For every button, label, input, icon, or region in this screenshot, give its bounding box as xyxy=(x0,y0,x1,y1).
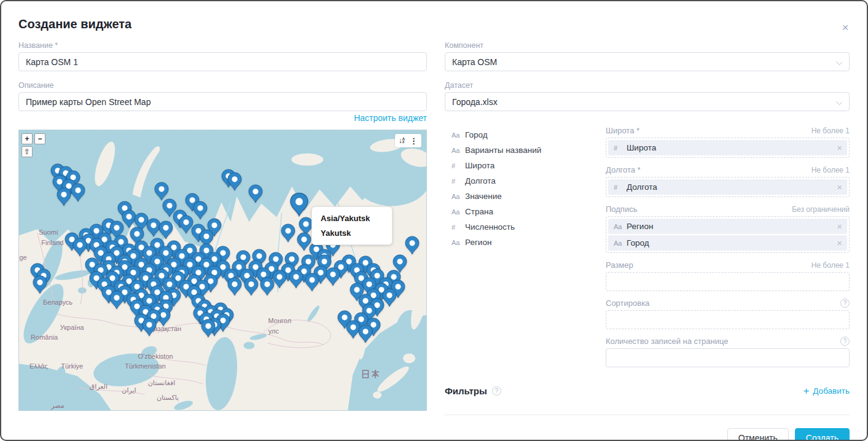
close-icon[interactable]: × xyxy=(839,21,852,34)
sorting-help-icon[interactable]: ? xyxy=(840,299,850,308)
map-reset-button[interactable]: ⇧ xyxy=(22,146,33,157)
size-dropzone[interactable] xyxy=(606,272,850,291)
field-type-icon: Aa xyxy=(614,240,627,247)
map-markers-layer xyxy=(19,130,426,410)
map-pin[interactable] xyxy=(248,184,263,206)
caption-limit-hint: Без ограничений xyxy=(792,205,850,214)
latitude-limit-hint: Не более 1 xyxy=(811,127,850,135)
dataset-field-item[interactable]: AaРегион xyxy=(452,235,606,250)
map-pin[interactable] xyxy=(358,324,373,346)
field-type-icon: Aa xyxy=(452,193,465,200)
dialog-title: Создание виджета xyxy=(1,1,867,31)
filters-row: Фильтры ? + Добавить xyxy=(445,386,850,396)
dataset-fields-list: AaГородAaВарианты названий#Широта#Долгот… xyxy=(445,126,606,375)
map-pin[interactable] xyxy=(142,318,157,339)
component-select[interactable]: Карта OSM xyxy=(445,52,850,71)
field-chip-caption[interactable]: AaРегион× xyxy=(608,219,847,234)
tooltip-line-timezone: Asia/Yakutsk xyxy=(321,214,383,223)
longitude-limit-hint: Не более 1 xyxy=(811,166,850,174)
remove-chip-icon[interactable]: × xyxy=(837,238,842,248)
map-pin[interactable] xyxy=(325,267,340,289)
configure-widget-link[interactable]: Настроить виджет xyxy=(354,113,427,123)
field-type-icon: # xyxy=(452,162,465,170)
mapping-groups: Широта *Не более 1#Широта×Долгота *Не бо… xyxy=(606,126,850,375)
page-size-help-icon[interactable]: ? xyxy=(840,337,850,346)
map-toolbox: ↓ AZ ⋮ xyxy=(395,134,421,147)
add-filter-button[interactable]: + Добавить xyxy=(803,386,850,396)
cancel-button[interactable]: Отменить xyxy=(727,428,789,441)
map-pin[interactable] xyxy=(227,172,243,193)
dataset-select[interactable]: Города.xlsx xyxy=(445,92,850,111)
page-size-input[interactable] xyxy=(606,348,850,367)
name-label: Название * xyxy=(18,41,427,50)
field-type-icon: # xyxy=(614,184,627,191)
map-pin[interactable] xyxy=(305,273,320,294)
sorting-label: Сортировка xyxy=(606,299,649,308)
chevron-down-icon xyxy=(836,59,842,65)
filters-help-icon[interactable]: ? xyxy=(492,386,501,396)
kebab-menu-icon[interactable]: ⋮ xyxy=(410,136,418,146)
mapping-group-caption: ПодписьБез ограниченийAaРегион×AaГород× xyxy=(606,205,850,253)
page-size-label: Количество записей на странице xyxy=(606,337,728,346)
map-pin[interactable] xyxy=(280,224,295,245)
dataset-field-item[interactable]: AaВарианты названий xyxy=(452,142,606,158)
dataset-field-item[interactable]: #Долгота xyxy=(452,173,606,189)
dataset-select-value: Города.xlsx xyxy=(452,97,498,107)
field-chip-latitude[interactable]: #Широта× xyxy=(608,140,847,155)
field-type-icon: Aa xyxy=(452,208,465,216)
size-label: Размер xyxy=(606,260,633,270)
longitude-label: Долгота * xyxy=(606,165,641,174)
latitude-dropzone[interactable]: #Широта× xyxy=(606,138,850,158)
map-zoom-in-button[interactable]: + xyxy=(22,133,33,144)
filters-label: Фильтры xyxy=(445,386,487,396)
create-button[interactable]: Создать xyxy=(795,428,850,441)
map-preview[interactable]: SuomiFinlandigeБеларусьУкраїнаRomâniaҚаз… xyxy=(18,130,427,411)
map-pin[interactable] xyxy=(260,277,275,299)
field-type-icon: Aa xyxy=(452,239,465,246)
dataset-field-item[interactable]: #Численность xyxy=(452,219,606,235)
size-limit-hint: Не более 1 xyxy=(811,261,850,270)
name-input[interactable] xyxy=(18,52,427,71)
remove-chip-icon[interactable]: × xyxy=(837,143,842,152)
left-column: Название * Описание Настроить виджет xyxy=(18,41,427,441)
field-type-icon: # xyxy=(452,178,465,185)
field-type-icon: Aa xyxy=(452,147,465,154)
mapping-group-longitude: Долгота *Не более 1#Долгота× xyxy=(606,165,850,197)
longitude-dropzone[interactable]: #Долгота× xyxy=(606,177,850,197)
dataset-field-item[interactable]: AaГород xyxy=(452,127,606,142)
map-pin[interactable] xyxy=(289,192,310,219)
map-pin[interactable] xyxy=(227,277,243,299)
sorting-dropzone[interactable] xyxy=(606,310,850,329)
field-chip-caption[interactable]: AaГород× xyxy=(608,235,847,251)
component-select-value: Карта OSM xyxy=(452,57,497,67)
create-widget-dialog: Создание виджета × Название * Описание Н… xyxy=(0,0,868,441)
dataset-field-item[interactable]: #Широта xyxy=(452,158,606,173)
map-zoom-out-button[interactable]: − xyxy=(34,133,45,144)
footer-divider xyxy=(445,415,850,415)
map-pin[interactable] xyxy=(243,277,259,299)
dataset-field-item[interactable]: AaЗначение xyxy=(452,189,606,204)
map-pin[interactable] xyxy=(56,187,71,209)
mapping-area: AaГородAaВарианты названий#Широта#Долгот… xyxy=(445,126,850,375)
field-chip-longitude[interactable]: #Долгота× xyxy=(608,179,847,195)
mapping-group-page-size: Количество записей на странице? xyxy=(606,337,850,367)
map-pin[interactable] xyxy=(201,319,216,340)
plus-icon: + xyxy=(803,386,809,396)
caption-dropzone[interactable]: AaРегион×AaГород× xyxy=(606,216,850,253)
remove-chip-icon[interactable]: × xyxy=(837,222,842,231)
map-pin[interactable] xyxy=(33,275,48,297)
map-pin[interactable] xyxy=(193,201,208,222)
map-pin[interactable] xyxy=(71,183,86,205)
map-pin[interactable] xyxy=(109,291,125,312)
mapping-group-sorting: Сортировка? xyxy=(606,299,850,329)
sort-az-icon[interactable]: ↓ AZ xyxy=(399,137,405,144)
field-type-icon: Aa xyxy=(452,131,465,139)
description-input[interactable] xyxy=(18,92,427,111)
remove-chip-icon[interactable]: × xyxy=(837,182,842,192)
map-pin[interactable] xyxy=(288,270,303,291)
description-label: Описание xyxy=(18,81,427,90)
mapping-group-size: РазмерНе более 1 xyxy=(606,260,850,291)
component-label: Компонент xyxy=(445,41,850,50)
map-pin[interactable] xyxy=(72,238,88,259)
dataset-field-item[interactable]: AaСтрана xyxy=(452,204,606,219)
